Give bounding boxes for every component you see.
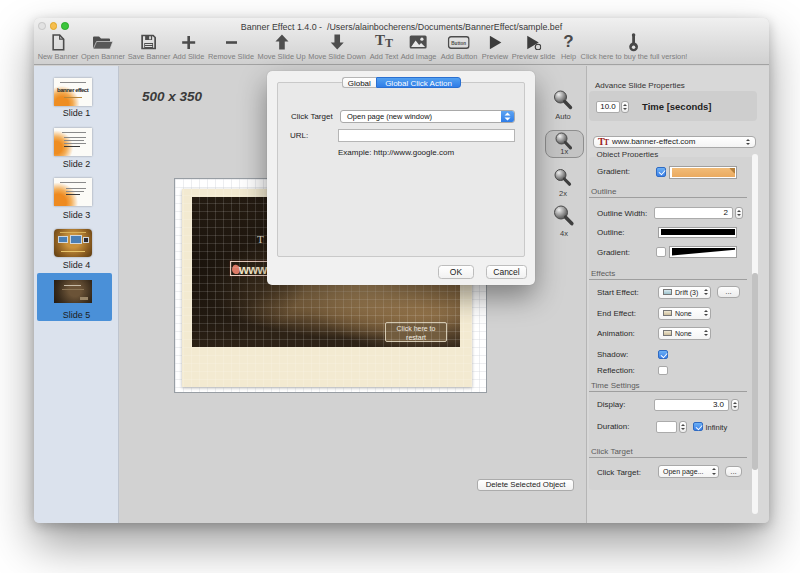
svg-text:Button: Button [452,40,467,45]
